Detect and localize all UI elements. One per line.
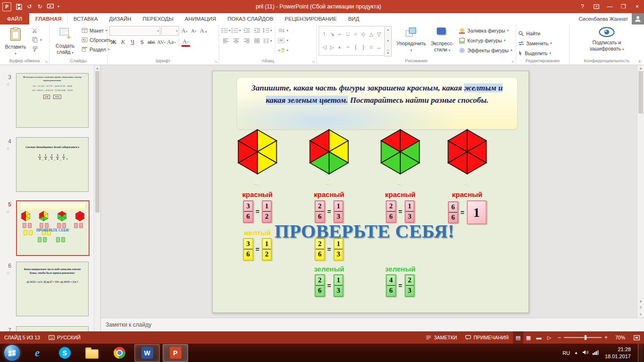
notes-pane[interactable]: Заметки к слайду [101, 318, 644, 331]
ribbon-display-options-icon[interactable] [589, 0, 603, 13]
close-icon[interactable]: × [630, 0, 644, 13]
align-right-icon[interactable] [242, 36, 251, 45]
reading-view-icon[interactable]: ▬ [534, 331, 544, 344]
numbering-icon[interactable]: ▾ [231, 26, 241, 35]
slide-canvas[interactable]: Запишите, какая часть фигуры закрашена к… [212, 71, 529, 313]
drawing-dialog-launcher-icon[interactable]: ↘ [511, 59, 514, 64]
shape-glyph-icon[interactable]: ⌐ [337, 31, 343, 37]
shape-glyph-icon[interactable]: ○ [353, 31, 358, 37]
restore-icon[interactable]: ❐ [617, 0, 630, 13]
shape-glyph-icon[interactable]: ☆ [368, 44, 374, 50]
ribbon-tab[interactable]: ВИД [342, 13, 365, 25]
hexagon-1[interactable]: а) [233, 128, 281, 186]
change-case-button[interactable]: Aa▾ [166, 38, 176, 47]
network-icon[interactable] [593, 350, 599, 356]
paste-button[interactable]: Вставить▾ [2, 26, 29, 57]
shape-glyph-icon[interactable]: ▷ [330, 44, 335, 50]
scroll-up-icon[interactable]: ▲ [96, 65, 99, 71]
grow-font-icon[interactable]: А▴ [180, 26, 189, 35]
zoom-slider[interactable] [564, 337, 602, 338]
volume-icon[interactable] [582, 350, 588, 356]
hidden-icons-arrow[interactable]: ▲ [574, 351, 578, 355]
fraction-box[interactable]: 13 [333, 200, 344, 223]
shape-glyph-icon[interactable]: ◁ [322, 44, 327, 50]
arrange-button[interactable]: Упорядочить▾ [394, 26, 428, 54]
editor-scrollbar[interactable]: ▲ ▼ ↟ ↡ [637, 65, 644, 318]
fraction-box[interactable]: 12 [262, 200, 272, 223]
ribbon-tab[interactable]: ВСТАВКА [68, 13, 104, 25]
fraction-box[interactable]: 26 [386, 200, 396, 223]
task-text-box[interactable]: Запишите, какая часть фигуры закрашена к… [237, 78, 517, 129]
bold-button[interactable]: Ж [109, 38, 118, 47]
slide-thumbnail-4[interactable]: 4 ☆ Сколько двенадцатых долей содержится… [0, 137, 94, 194]
fraction-box[interactable]: 13 [405, 200, 415, 223]
scrollbar-thumb[interactable] [95, 71, 99, 213]
slide-thumbnail-6[interactable]: 6 ☆ Какое натуральное число надо записат… [0, 262, 94, 318]
shape-glyph-icon[interactable]: \ [322, 31, 327, 37]
shape-glyph-icon[interactable]: } [361, 44, 366, 50]
find-button[interactable]: Найти [518, 29, 552, 38]
shrink-font-icon[interactable]: А▾ [190, 26, 198, 35]
slide-thumbnail-5-selected[interactable]: 5 ☆ ПРОВЕРЬТЕ СЕБЯ! [0, 200, 94, 257]
clock[interactable]: 21:28 18.01.2017 [605, 346, 631, 360]
ribbon-tab[interactable]: ГЛАВНАЯ [29, 13, 68, 25]
font-dialog-launcher-icon[interactable]: ↘ [214, 59, 217, 64]
copy-icon[interactable]: ▾ [31, 35, 43, 44]
shape-fill-button[interactable]: Заливка фигуры▾ [459, 26, 512, 35]
panel-scrollbar[interactable]: ▲ [94, 65, 100, 331]
zoom-slider-thumb[interactable] [585, 335, 586, 340]
language-indicator[interactable]: РУССКИЙ [44, 331, 85, 344]
notes-toggle[interactable]: ЗАМЕТКИ [421, 331, 461, 344]
show-desktop-button[interactable] [638, 344, 643, 362]
fraction-box[interactable]: 46 [386, 274, 396, 297]
whole-number-box[interactable]: 1 [467, 200, 487, 224]
sign-encrypt-button[interactable]: Подписать изашифровать ▾ [587, 26, 626, 53]
line-spacing-icon[interactable]: ▾ [263, 26, 272, 35]
ribbon-tab[interactable]: АНИМАЦИЯ [179, 13, 222, 25]
powerpoint-logo-icon[interactable]: P [2, 2, 11, 11]
redo-icon[interactable]: ↻ [35, 1, 45, 12]
character-spacing-button[interactable]: АV▾ [157, 38, 165, 47]
shape-glyph-icon[interactable]: ↘ [330, 31, 335, 37]
next-slide-icon[interactable]: ↡ [639, 311, 642, 318]
fraction-box[interactable]: 36 [243, 238, 253, 261]
font-color-button[interactable]: А▾ [182, 38, 190, 47]
help-icon[interactable]: ? [576, 0, 589, 13]
font-name-combo[interactable]: ▾ [109, 26, 160, 36]
clipboard-dialog-launcher-icon[interactable]: ↘ [44, 59, 48, 64]
increase-indent-icon[interactable] [252, 26, 262, 35]
shape-glyph-icon[interactable]: ~ [345, 44, 351, 50]
powerpoint-button[interactable] [163, 344, 188, 362]
fit-to-window-icon[interactable] [629, 331, 644, 344]
undo-icon[interactable]: ↺ [25, 1, 34, 12]
clear-formatting-icon[interactable]: А◢ [199, 26, 207, 35]
internet-explorer-button[interactable]: e [25, 345, 50, 362]
fraction-box[interactable]: 13 [333, 274, 344, 297]
align-left-icon[interactable] [221, 36, 231, 45]
minimize-icon[interactable]: — [603, 0, 617, 13]
decrease-indent-icon[interactable] [242, 26, 251, 35]
paragraph-dialog-launcher-icon[interactable]: ↘ [312, 59, 315, 64]
shape-glyph-icon[interactable]: ◐ [337, 44, 343, 50]
justify-icon[interactable] [252, 36, 262, 45]
convert-smartart-button[interactable]: ▾ [278, 46, 289, 55]
explorer-folder-button[interactable] [80, 345, 104, 362]
fraction-box[interactable]: 26 [314, 274, 325, 297]
comments-toggle[interactable]: ПРИМЕЧАНИЯ [461, 331, 513, 344]
collapse-ribbon-icon[interactable]: ∧ [638, 59, 641, 64]
ribbon-tab[interactable]: РЕЦЕНЗИРОВАНИЕ [279, 13, 343, 25]
hexagon-3[interactable]: в) [376, 128, 424, 186]
scroll-down-icon[interactable]: ▼ [639, 298, 643, 304]
fraction-box[interactable]: 36 [243, 200, 253, 223]
hexagon-4[interactable]: г) [443, 128, 491, 186]
shape-effects-button[interactable]: Эффекты фигуры▾ [459, 46, 512, 55]
slide-thumbnail-3[interactable]: 3 ☆ Используя основное свойство дроби, о… [0, 73, 94, 130]
ribbon-tab[interactable]: ДИЗАЙН [103, 13, 137, 25]
scrollbar-thumb[interactable] [638, 71, 643, 114]
customize-qat-icon[interactable]: ▾ [56, 1, 61, 12]
fraction-box[interactable]: 26 [314, 200, 325, 223]
start-slideshow-icon[interactable] [45, 1, 55, 12]
shape-glyph-icon[interactable]: { [353, 44, 358, 50]
shape-glyph-icon[interactable]: ▽ [376, 31, 382, 37]
save-icon[interactable] [14, 1, 24, 12]
